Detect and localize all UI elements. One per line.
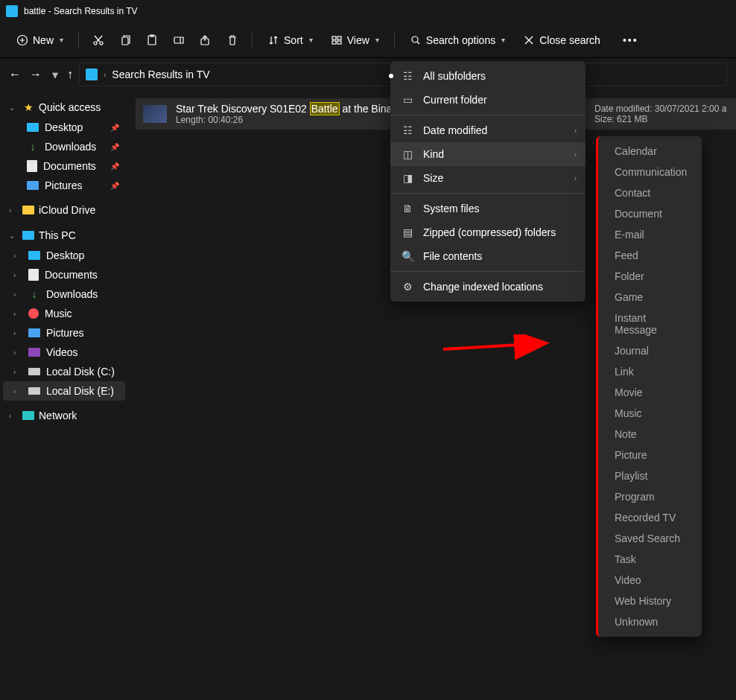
sidebar-network[interactable]: › Network	[3, 405, 125, 426]
menu-kind[interactable]: ◫ Kind ›	[390, 142, 586, 166]
svg-rect-6	[174, 37, 180, 43]
bullet-icon	[389, 74, 393, 78]
kind-option-journal[interactable]: Journal	[598, 340, 702, 361]
breadcrumb-sep-icon: ›	[104, 71, 106, 79]
forward-button[interactable]: →	[30, 68, 42, 81]
svg-point-12	[412, 36, 418, 42]
close-search-button[interactable]: Close search	[515, 30, 608, 51]
kind-option-document[interactable]: Document	[598, 203, 702, 224]
dl-icon: ↓	[27, 141, 39, 153]
kind-option-video[interactable]: Video	[598, 570, 702, 591]
menu-all-subfolders[interactable]: ☷ All subfolders	[390, 64, 586, 88]
menu-date-modified[interactable]: ☷ Date modified ›	[390, 118, 586, 142]
search-options-menu: ☷ All subfolders ▭ Current folder ☷ Date…	[390, 61, 586, 302]
kind-option-calendar[interactable]: Calendar	[598, 141, 702, 162]
search-options-button[interactable]: Search options▾	[402, 30, 513, 51]
sidebar-item-desktop[interactable]: Desktop📌	[3, 118, 125, 137]
more-icon: •••	[623, 34, 638, 46]
kind-option-e-mail[interactable]: E-mail	[598, 224, 702, 245]
kind-option-saved-search[interactable]: Saved Search	[598, 528, 702, 549]
menu-file-contents[interactable]: 🔍 File contents	[390, 244, 586, 268]
sidebar-item-local-disk-c-[interactable]: ›Local Disk (C:)	[3, 362, 125, 381]
plus-circle-icon	[16, 34, 28, 46]
kind-option-game[interactable]: Game	[598, 287, 702, 308]
location-icon	[86, 69, 98, 80]
kind-option-program[interactable]: Program	[598, 486, 702, 507]
view-button[interactable]: View▾	[323, 30, 387, 51]
sidebar-item-pictures[interactable]: Pictures📌	[3, 176, 125, 195]
kind-option-web-history[interactable]: Web History	[598, 591, 702, 611]
file-icon: 🗎	[401, 203, 414, 214]
sidebar-item-local-disk-e-[interactable]: ›Local Disk (E:)	[3, 381, 125, 401]
kind-option-unknown[interactable]: Unknown	[598, 611, 702, 632]
chevron-down-icon: ⌄	[9, 232, 18, 240]
sidebar-item-pictures[interactable]: ›Pictures	[3, 323, 125, 343]
delete-button[interactable]	[221, 30, 244, 51]
share-button[interactable]	[194, 30, 218, 51]
more-button[interactable]: •••	[617, 30, 644, 51]
window-title: battle - Search Results in TV	[24, 6, 138, 16]
menu-current-folder[interactable]: ▭ Current folder	[390, 88, 586, 112]
app-icon	[6, 5, 18, 17]
pin-icon: 📌	[110, 162, 119, 171]
kind-option-music[interactable]: Music	[598, 403, 702, 424]
sidebar-item-music[interactable]: ›Music	[3, 304, 125, 323]
sidebar-item-documents[interactable]: Documents📌	[3, 156, 125, 176]
back-button[interactable]: ←	[9, 68, 21, 81]
monitor-icon	[28, 251, 40, 260]
chevron-right-icon: ›	[13, 387, 22, 395]
copy-button[interactable]	[113, 30, 137, 51]
menu-system-files[interactable]: 🗎 System files	[390, 197, 586, 220]
pin-icon: 📌	[110, 124, 119, 132]
paste-icon	[146, 34, 158, 46]
kind-option-link[interactable]: Link	[598, 361, 702, 382]
search-gear-icon	[410, 34, 422, 46]
sidebar-item-desktop[interactable]: ›Desktop	[3, 246, 125, 265]
new-button[interactable]: New▾	[9, 30, 71, 51]
chevron-right-icon: ›	[13, 271, 22, 279]
sidebar-this-pc[interactable]: ⌄ This PC	[3, 225, 125, 246]
sidebar-item-videos[interactable]: ›Videos	[3, 343, 125, 362]
result-info: Date modified: 30/07/2021 2:00 a Size: 6…	[594, 104, 729, 124]
sidebar-icloud[interactable]: › iCloud Drive	[3, 200, 125, 220]
paste-button[interactable]	[140, 30, 164, 51]
sidebar-item-downloads[interactable]: ›↓Downloads	[3, 284, 125, 304]
kind-option-folder[interactable]: Folder	[598, 266, 702, 287]
titlebar: battle - Search Results in TV	[0, 0, 736, 22]
sort-button[interactable]: Sort▾	[260, 30, 320, 51]
chevron-right-icon: ›	[13, 252, 22, 260]
kind-option-movie[interactable]: Movie	[598, 382, 702, 403]
chevron-right-icon: ›	[13, 349, 22, 357]
kind-option-playlist[interactable]: Playlist	[598, 465, 702, 486]
kind-option-instant-message[interactable]: Instant Message	[598, 308, 702, 340]
breadcrumb-label: Search Results in TV	[112, 69, 209, 80]
kind-option-contact[interactable]: Contact	[598, 182, 702, 203]
menu-size[interactable]: ◨ Size ›	[390, 166, 586, 190]
sidebar-item-downloads[interactable]: ↓Downloads📌	[3, 137, 125, 156]
rename-button[interactable]	[167, 30, 191, 51]
sidebar-quick-access[interactable]: ⌄ ★ Quick access	[3, 97, 125, 118]
chevron-right-icon: ›	[9, 412, 18, 420]
folder-icon: ▭	[401, 94, 414, 106]
zip-icon: ▤	[401, 226, 414, 238]
up-button[interactable]: ↑	[67, 68, 73, 81]
kind-option-feed[interactable]: Feed	[598, 245, 702, 266]
chevron-right-icon: ›	[574, 127, 577, 135]
kind-option-recorded-tv[interactable]: Recorded TV	[598, 507, 702, 528]
menu-change-indexed[interactable]: ⚙ Change indexed locations	[390, 275, 586, 299]
sidebar-item-documents[interactable]: ›Documents	[3, 265, 125, 284]
cut-button[interactable]	[86, 30, 110, 51]
view-icon	[331, 34, 343, 46]
rename-icon	[173, 34, 185, 46]
kind-option-communication[interactable]: Communication	[598, 162, 702, 182]
menu-zipped[interactable]: ▤ Zipped (compressed) folders	[390, 220, 586, 244]
kind-option-note[interactable]: Note	[598, 424, 702, 445]
kind-option-picture[interactable]: Picture	[598, 445, 702, 465]
recent-button[interactable]: ▾	[52, 68, 58, 82]
chevron-right-icon: ›	[9, 206, 18, 214]
kind-option-task[interactable]: Task	[598, 549, 702, 570]
video-thumbnail	[143, 105, 167, 123]
music-icon	[28, 308, 39, 319]
svg-point-2	[100, 42, 103, 45]
navbar: ← → ▾ ↑ › Search Results in TV	[0, 58, 736, 91]
